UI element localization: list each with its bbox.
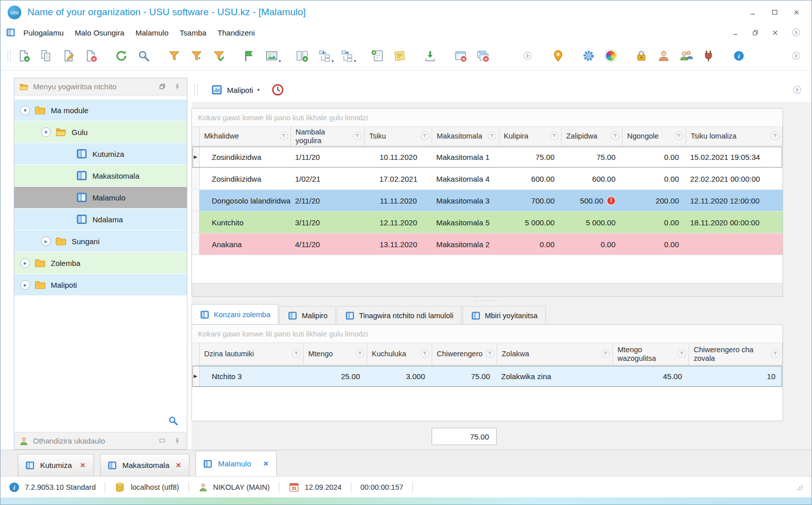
filter-funnel-icon[interactable]: [550, 131, 559, 142]
toolbar-drag-handle[interactable]: [8, 50, 11, 61]
filter-custom-button[interactable]: [187, 46, 206, 66]
expand-tree-button[interactable]: ▾: [338, 46, 356, 66]
image-button[interactable]: ▾: [263, 46, 281, 66]
expand-node-icon[interactable]: ▸: [20, 258, 30, 268]
tree-item-malamulo[interactable]: Malamulo: [14, 187, 187, 208]
notes-button[interactable]: [391, 46, 409, 66]
lock-button[interactable]: [632, 46, 651, 66]
connection-button[interactable]: [699, 46, 718, 66]
splitter-handle[interactable]: ·········: [191, 297, 783, 304]
maximize-window-button[interactable]: [770, 8, 779, 17]
filter-funnel-icon[interactable]: [485, 349, 494, 359]
close-document-button[interactable]: [770, 28, 780, 38]
orders-column-mkhalidwe[interactable]: Mkhalidwe: [200, 127, 291, 146]
doc-tab-malamulo[interactable]: Malamulo×: [196, 451, 277, 476]
settings-button[interactable]: [579, 46, 598, 66]
orders-row-1[interactable]: ▶Zosindikizidwa1/11/2010.11.2020Makasito…: [192, 146, 783, 168]
restore-document-button[interactable]: [751, 28, 760, 38]
orders-column-makasitomala[interactable]: Makasitomala: [432, 127, 499, 146]
filter-funnel-icon[interactable]: [674, 131, 683, 142]
user-button[interactable]: [655, 46, 673, 66]
close-tab-icon[interactable]: ×: [262, 459, 270, 469]
filter-button[interactable]: [165, 46, 183, 66]
filter-funnel-icon[interactable]: [353, 131, 362, 142]
add-record-button[interactable]: +: [15, 46, 33, 66]
items-column-mtengo-wazogulitsa[interactable]: Mtengo wazogulitsa: [613, 343, 689, 365]
collapse-tree-button[interactable]: ▾: [315, 46, 334, 66]
resize-grip[interactable]: [796, 484, 803, 491]
close-tab-icon[interactable]: ×: [175, 460, 183, 470]
filter-funnel-icon[interactable]: [611, 131, 620, 142]
items-column-dzina-lautumiki[interactable]: Dzina lautumiki: [200, 343, 304, 365]
menu-item-malo-osungira[interactable]: Malo Osungira: [69, 26, 130, 40]
users-button[interactable]: [677, 46, 695, 66]
detail-tab-malipiro[interactable]: Malipiro: [279, 306, 336, 324]
doc-tab-makasitomala[interactable]: Makasitomala×: [100, 454, 189, 476]
close-all-views-button[interactable]: ×: [474, 46, 492, 66]
appearance-button[interactable]: [602, 46, 620, 66]
filter-funnel-icon[interactable]: [601, 349, 610, 359]
items-column-mtengo[interactable]: Mtengo: [304, 343, 367, 365]
tree-item-gulu[interactable]: ▾Gulu: [14, 121, 187, 143]
delete-record-button[interactable]: ×: [82, 46, 100, 66]
collapse-node-icon[interactable]: ▾: [20, 106, 30, 115]
search-button[interactable]: [135, 46, 153, 66]
items-column-chiwerengero[interactable]: Chiwerengero: [432, 343, 497, 365]
filter-funnel-icon[interactable]: [420, 349, 429, 359]
orders-row-3[interactable]: Dongosolo lalandiridwa2/11/2011.11.2020M…: [192, 190, 783, 212]
close-view-button[interactable]: ×: [451, 46, 470, 66]
horizontal-scrollbar[interactable]: [192, 283, 783, 296]
collapse-node-icon[interactable]: ▾: [41, 127, 51, 137]
items-row-1[interactable]: ▶Ntchito 325.003.00075.00Zolakwika zina4…: [192, 365, 783, 387]
tree-item-makasitomala[interactable]: Makasitomala: [14, 165, 187, 186]
orders-row-2[interactable]: Zosindikizidwa1/02/2117.02.2021Makasitom…: [192, 168, 783, 190]
minimize-window-button[interactable]: [748, 8, 758, 17]
doc-tab-kutumiza[interactable]: Kutumiza×: [18, 454, 94, 476]
expand-node-icon[interactable]: ▸: [41, 237, 51, 246]
orders-column-nambala-yogulira[interactable]: Nambala yogulira: [291, 127, 365, 146]
orders-column-zalipidwa[interactable]: Zalipidwa: [562, 127, 623, 146]
group-column-button[interactable]: +: [293, 46, 311, 66]
toolbar-options-button[interactable]: [787, 46, 805, 66]
pin-panel-button[interactable]: [172, 436, 182, 446]
pin-panel-button[interactable]: [172, 82, 182, 92]
filter-funnel-icon[interactable]: [355, 349, 364, 359]
search-icon[interactable]: [168, 415, 179, 426]
filter-funnel-icon[interactable]: [771, 349, 779, 359]
report-toolbar-drag-handle[interactable]: [194, 84, 198, 95]
edit-record-button[interactable]: [59, 46, 78, 66]
filter-funnel-icon[interactable]: [292, 349, 301, 359]
orders-column-tsiku[interactable]: Tsiku: [365, 127, 432, 146]
flag-button[interactable]: [240, 46, 258, 66]
orders-row-4[interactable]: Kuntchito3/11/2012.11.2020Makasitomala 5…: [192, 212, 783, 233]
map-button[interactable]: [549, 46, 567, 66]
filter-funnel-icon[interactable]: [279, 131, 288, 142]
filter-funnel-icon[interactable]: [771, 131, 779, 142]
items-column-chiwerengero-cha-zovala[interactable]: Chiwerengero cha zovala: [689, 343, 783, 365]
menu-item-thandizeni[interactable]: Thandizeni: [212, 26, 260, 40]
orders-column-kulipira[interactable]: Kulipira: [499, 127, 562, 146]
close-tab-icon[interactable]: ×: [79, 460, 87, 470]
menu-item-tsamba[interactable]: Tsamba: [174, 26, 212, 40]
refresh-button[interactable]: [112, 46, 131, 66]
minimize-document-button[interactable]: [731, 28, 740, 38]
orders-row-5[interactable]: Anakana4/11/2013.11.2020Makasitomala 20.…: [192, 233, 783, 255]
filter-funnel-icon[interactable]: [488, 131, 496, 142]
filter-apply-button[interactable]: [210, 46, 228, 66]
filter-funnel-icon[interactable]: [677, 349, 686, 359]
close-window-button[interactable]: [792, 8, 801, 17]
detail-tab-mbiri-yoyitanitsa[interactable]: Mbiri yoyitanitsa: [463, 306, 546, 324]
items-column-zolakwa[interactable]: Zolakwa: [497, 343, 613, 365]
report-toolbar-options-button[interactable]: [792, 85, 802, 95]
orders-column-tsiku-lomaliza[interactable]: Tsiku lomaliza: [686, 127, 783, 146]
tree-item-kutumiza[interactable]: Kutumiza: [14, 143, 187, 164]
support-panel[interactable]: Othandizira ukadaulo: [14, 432, 187, 449]
expand-node-icon[interactable]: ▸: [20, 280, 30, 290]
import-button[interactable]: [421, 46, 439, 66]
collapse-panel-button[interactable]: [157, 436, 167, 446]
menu-options-button[interactable]: [790, 26, 802, 39]
report-selector-button[interactable]: Malipoti ▾: [206, 81, 265, 99]
collapse-group-button[interactable]: [518, 46, 537, 66]
menu-item-malamulo[interactable]: Malamulo: [130, 26, 174, 40]
copy-record-button[interactable]: [37, 46, 55, 66]
